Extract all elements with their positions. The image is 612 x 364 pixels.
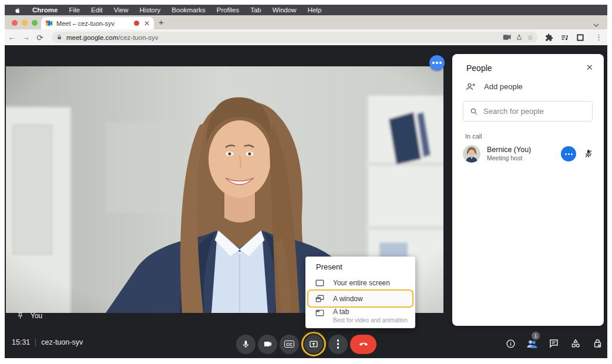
site-lock-icon[interactable] [56, 34, 62, 41]
playlist-extension-icon[interactable] [560, 33, 569, 42]
cc-icon: CC [284, 341, 294, 348]
more-options-button[interactable] [328, 335, 348, 354]
window-icon [315, 295, 324, 302]
you-label: You [31, 312, 42, 320]
person-add-icon [465, 82, 476, 91]
pinned-self-label: You [16, 311, 42, 320]
tab-media-recording-icon [134, 21, 139, 26]
participant-name-block: Bernice (You) Meeting host [487, 146, 554, 163]
people-panel-title: People [466, 63, 492, 73]
url-text: meet.google.com/cez-tuon-syv [66, 34, 499, 41]
window-traffic-lights [12, 20, 38, 26]
captions-button[interactable]: CC [280, 335, 299, 354]
menubar-item-window[interactable]: Window [273, 6, 297, 14]
vertical-dots-icon [337, 339, 339, 349]
add-people-label: Add people [484, 82, 523, 91]
host-controls-button[interactable] [591, 336, 603, 350]
screenshot-root: Chrome File Edit View History Bookmarks … [0, 0, 612, 364]
participant-role: Meeting host [487, 154, 554, 162]
leave-call-button[interactable] [350, 335, 376, 354]
present-a-window-item[interactable]: A window [305, 291, 415, 306]
menubar-item-history[interactable]: History [140, 6, 161, 14]
search-people-box[interactable] [463, 101, 593, 122]
present-entire-screen-item[interactable]: Your entire screen [305, 275, 415, 291]
menubar-item-view[interactable]: View [114, 6, 129, 14]
present-item-label: A tab [333, 308, 408, 316]
present-menu-title: Present [316, 262, 342, 271]
in-call-section-label: In call [465, 133, 482, 140]
meeting-details-button[interactable] [505, 336, 516, 350]
video-options-button[interactable] [429, 55, 445, 70]
entire-screen-icon [315, 279, 324, 287]
chat-button[interactable] [548, 336, 560, 350]
camera-button[interactable] [258, 335, 277, 354]
present-item-label: A window [333, 295, 363, 303]
menubar-item-tab[interactable]: Tab [250, 6, 261, 14]
clock-time: 15:31 [12, 338, 30, 346]
chrome-tabstrip: Meet – cez-tuon-syv ✕ + [5, 15, 607, 29]
tab-icon [315, 309, 324, 316]
tab-close-icon[interactable]: ✕ [144, 20, 150, 27]
share-icon[interactable] [516, 33, 523, 41]
bookmark-star-icon[interactable]: ☆ [527, 33, 533, 42]
meeting-side-controls: 1 [505, 336, 603, 350]
present-button-highlight-ring [301, 332, 326, 356]
toolbar-right-icons [545, 33, 584, 42]
call-controls: CC [236, 332, 376, 356]
profile-frame-icon[interactable] [576, 33, 584, 42]
meeting-code: cez-tuon-syv [41, 338, 83, 346]
browser-tab[interactable]: Meet – cez-tuon-syv ✕ [41, 17, 154, 29]
zoom-window-button[interactable] [32, 20, 38, 26]
people-panel: People ✕ Add people In call Be [452, 54, 604, 326]
pin-icon[interactable] [16, 311, 24, 320]
close-window-button[interactable] [12, 20, 18, 26]
chrome-menu-dots-icon[interactable]: ⋮ [595, 33, 603, 42]
participant-row[interactable]: Bernice (You) Meeting host [463, 143, 594, 164]
close-people-panel-icon[interactable]: ✕ [586, 62, 593, 73]
tab-title: Meet – cez-tuon-syv [56, 20, 130, 27]
search-icon [470, 107, 478, 116]
meet-main-area: You 15:31 cez-tuon-syv CC [5, 45, 607, 358]
show-people-button[interactable]: 1 [526, 336, 538, 350]
meeting-info: 15:31 cez-tuon-syv [12, 338, 83, 346]
microphone-button[interactable] [236, 335, 255, 354]
participant-name: Bernice (You) [487, 146, 554, 155]
minimize-window-button[interactable] [22, 20, 28, 26]
present-now-button[interactable] [304, 335, 323, 353]
present-item-label: Your entire screen [333, 279, 390, 287]
present-menu: Present Your entire screen A window A ta… [305, 257, 415, 328]
present-item-sublabel: Best for video and animation [333, 317, 408, 323]
forward-button[interactable]: → [19, 33, 33, 42]
participant-avatar [463, 145, 480, 163]
menubar-item-file[interactable]: File [69, 6, 80, 14]
menubar-item-help[interactable]: Help [308, 6, 322, 14]
macos-menubar: Chrome File Edit View History Bookmarks … [5, 5, 607, 15]
activities-button[interactable] [570, 336, 581, 350]
new-tab-button[interactable]: + [159, 17, 164, 27]
search-people-input[interactable] [483, 107, 587, 116]
chrome-toolbar: ← → ⟳ meet.google.com/cez-tuon-syv ☆ [5, 29, 607, 45]
mic-off-icon [583, 148, 594, 160]
menubar-item-edit[interactable]: Edit [91, 6, 103, 14]
menubar-item-bookmarks[interactable]: Bookmarks [172, 6, 206, 14]
extensions-puzzle-icon[interactable] [545, 33, 553, 42]
apple-logo-icon[interactable] [14, 6, 21, 14]
menubar-item-chrome[interactable]: Chrome [32, 6, 58, 14]
back-button[interactable]: ← [5, 33, 19, 42]
present-item-text: A tab Best for video and animation [333, 308, 408, 323]
present-a-tab-item[interactable]: A tab Best for video and animation [305, 306, 415, 326]
divider [35, 339, 36, 346]
address-bar[interactable]: meet.google.com/cez-tuon-syv ☆ [52, 32, 538, 43]
reload-button[interactable]: ⟳ [33, 33, 47, 42]
meet-favicon [45, 19, 53, 27]
add-people-button[interactable]: Add people [465, 82, 523, 91]
participant-count-badge: 1 [532, 332, 540, 340]
tabstrip-chevron-down-icon[interactable] [593, 19, 599, 30]
participant-options-button[interactable] [561, 146, 576, 161]
menubar-item-profiles[interactable]: Profiles [217, 6, 239, 14]
camera-in-use-icon[interactable] [503, 34, 512, 41]
